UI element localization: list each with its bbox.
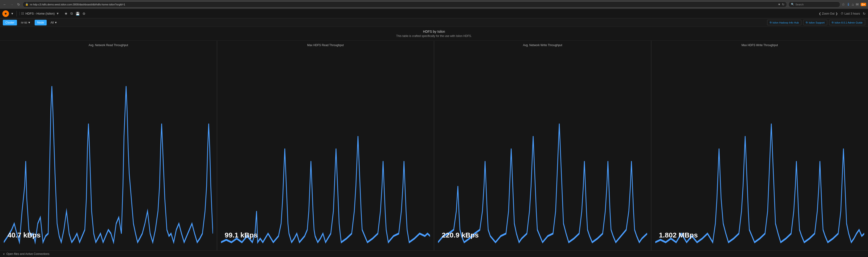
zoom-out-button[interactable]: ❮ Zoom Out ❯ xyxy=(819,12,838,15)
browser-chrome: ← → ↻ 🔒 nr-hdp-c3.hdfs.demo.west.isilon.… xyxy=(0,0,868,9)
metric-panel-avg-network-write: Avg. Network Write Throughput 220.9 kBps xyxy=(434,41,651,250)
isilon-support-button[interactable]: ⧉ Isilon Support xyxy=(803,20,827,25)
toolbar-icons: ★ ⧉ 💾 ⚙ xyxy=(64,11,86,16)
cluster-tab[interactable]: Cluster xyxy=(3,20,17,26)
sparkline-2 xyxy=(438,49,647,249)
app-menu-button[interactable]: ▼ xyxy=(11,12,14,15)
mail-icon[interactable]: ✉ xyxy=(856,2,859,7)
metric-value-3: 1.802 MBps xyxy=(659,231,698,239)
forward-button[interactable]: → xyxy=(9,2,14,7)
all-dropdown-arrow: ▼ xyxy=(55,21,57,24)
all-dropdown-tab[interactable]: All ▼ xyxy=(48,20,60,26)
app-toolbar: ▼ ☷ HDFS - Home (Isilon) ▼ ★ ⧉ 💾 ⚙ ❮ Zoo… xyxy=(0,9,868,19)
chart-area-3: 1.802 MBps xyxy=(655,49,865,249)
title-dropdown-arrow[interactable]: ▼ xyxy=(56,12,59,15)
search-bar[interactable]: 🔍 Search xyxy=(788,1,840,7)
sparkline-1 xyxy=(221,49,430,249)
hadoop-info-hub-label: Isilon Hadoop Info Hub xyxy=(773,21,799,24)
browser-nav-bar: ← → ↻ 🔒 nr-hdp-c3.hdfs.demo.west.isilon.… xyxy=(0,0,868,9)
address-bar-dropdown[interactable]: ▼ xyxy=(778,3,781,6)
time-range-button[interactable]: ⏱ Last 3 hours xyxy=(841,12,860,15)
bottom-bar-label: Open files and Active Connections xyxy=(6,252,50,256)
node-dropdown-tab[interactable]: nr-isi ▼ xyxy=(19,20,33,26)
node-tab[interactable]: Node xyxy=(35,20,46,26)
home-icon[interactable]: ⌂ xyxy=(852,2,854,6)
svg-point-1 xyxy=(5,13,7,14)
main-content: HDFS by Isilon This table is crafted spe… xyxy=(0,27,868,257)
ext-link-icon-1: ⧉ xyxy=(770,21,772,24)
admin-guide-button[interactable]: ⧉ Isilon 8.0.1 Admin Guide xyxy=(829,20,865,25)
browser-icons: ☆ ⇓ ⌂ ✉ G+ xyxy=(842,2,866,7)
node-dropdown-arrow: ▼ xyxy=(28,21,31,24)
sparkline-0 xyxy=(4,49,213,249)
bottom-bar[interactable]: ∨ Open files and Active Connections xyxy=(0,250,868,257)
svg-point-2 xyxy=(5,12,6,13)
description-title: HDFS by Isilon xyxy=(5,30,863,33)
save-icon[interactable]: 💾 xyxy=(75,12,80,15)
toolbar-right: ❮ Zoom Out ❯ ⏱ Last 3 hours ↻ xyxy=(819,12,866,15)
search-icon: 🔍 xyxy=(791,3,794,6)
time-range-label: Last 3 hours xyxy=(844,12,860,15)
metric-panel-max-hdfs-read: Max HDFS Read Throughput 99.1 kBps xyxy=(217,41,434,250)
node-dropdown-label: nr-isi xyxy=(21,21,27,24)
chart-area-1: 99.1 kBps xyxy=(221,49,430,249)
metric-title-3: Max HDFS Write Throughput xyxy=(655,43,865,47)
search-placeholder: Search xyxy=(796,3,804,6)
chevron-right-icon: ❯ xyxy=(836,12,838,15)
metric-value-0: 40.7 kBps xyxy=(7,231,40,239)
grid-icon: ☷ xyxy=(21,12,24,15)
external-links: ⧉ Isilon Hadoop Info Hub ⧉ Isilon Suppor… xyxy=(767,20,865,25)
cluster-label: Cluster xyxy=(5,21,14,24)
secure-icon: 🔒 xyxy=(25,3,29,6)
dropdown-arrow: ▼ xyxy=(11,12,14,15)
metric-panel-max-hdfs-write: Max HDFS Write Throughput 1.802 MBps xyxy=(651,41,868,250)
extension-icon[interactable]: G+ xyxy=(861,3,866,6)
description-panel: HDFS by Isilon This table is crafted spe… xyxy=(0,27,868,41)
grafana-logo[interactable] xyxy=(2,10,9,17)
metric-value-1: 99.1 kBps xyxy=(225,231,258,239)
reload-icon-addr[interactable]: ↻ xyxy=(782,3,784,6)
ext-link-icon-3: ⧉ xyxy=(832,21,834,24)
admin-guide-label: Isilon 8.0.1 Admin Guide xyxy=(835,21,863,24)
sparkline-3 xyxy=(655,49,865,249)
metric-value-2: 220.9 kBps xyxy=(442,231,479,239)
metric-panel-avg-network-read: Avg. Network Read Throughput 40.7 kBps xyxy=(0,41,217,250)
address-bar[interactable]: 🔒 nr-hdp-c3.hdfs.demo.west.isilon.com:30… xyxy=(23,1,787,7)
divider xyxy=(17,11,17,16)
settings-icon[interactable]: ⚙ xyxy=(83,12,86,15)
all-dropdown-label: All xyxy=(51,21,54,24)
hadoop-info-hub-button[interactable]: ⧉ Isilon Hadoop Info Hub xyxy=(767,20,802,25)
chart-area-0: 40.7 kBps xyxy=(4,49,213,249)
downloads-icon[interactable]: ⇓ xyxy=(847,2,850,7)
url-text: nr-hdp-c3.hdfs.demo.west.isilon.com:3000… xyxy=(30,3,776,6)
metric-title-0: Avg. Network Read Throughput xyxy=(4,43,213,47)
svg-point-3 xyxy=(6,14,7,14)
metric-title-2: Avg. Network Write Throughput xyxy=(438,43,647,47)
dashboard-title: HDFS - Home (Isilon) xyxy=(26,12,55,15)
description-subtitle: This table is crafted specifically for t… xyxy=(5,34,863,38)
bookmark-star-icon[interactable]: ☆ xyxy=(842,2,845,7)
reload-button[interactable]: ↻ xyxy=(16,2,21,7)
metric-title-1: Max HDFS Read Throughput xyxy=(221,43,430,47)
star-icon[interactable]: ★ xyxy=(64,11,68,16)
svg-point-4 xyxy=(4,14,5,14)
zoom-out-label: Zoom Out xyxy=(822,12,835,15)
sub-toolbar: Cluster nr-isi ▼ Node All ▼ ⧉ Isilon Had… xyxy=(0,19,868,27)
dashboard-title-area: ☷ HDFS - Home (Isilon) ▼ xyxy=(20,12,61,15)
refresh-button[interactable]: ↻ xyxy=(863,12,866,15)
isilon-support-label: Isilon Support xyxy=(809,21,825,24)
chevron-left-icon: ❮ xyxy=(819,12,821,15)
metrics-grid: Avg. Network Read Throughput 40.7 kBps M… xyxy=(0,41,868,250)
chart-area-2: 220.9 kBps xyxy=(438,49,647,249)
clock-icon: ⏱ xyxy=(841,12,843,15)
ext-link-icon-2: ⧉ xyxy=(806,21,808,24)
share-icon[interactable]: ⧉ xyxy=(70,11,73,15)
node-label: Node xyxy=(37,21,44,24)
collapse-icon: ∨ xyxy=(3,252,5,256)
back-button[interactable]: ← xyxy=(2,2,7,7)
